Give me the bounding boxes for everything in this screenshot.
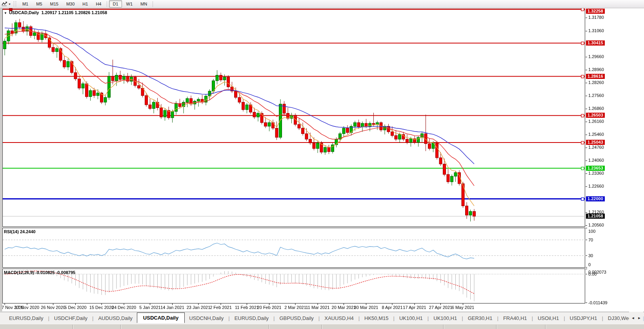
symbol-tab-eurusd-daily[interactable]: EURUSD,Daily xyxy=(230,313,273,323)
symbol-tab-gbpusd-daily[interactable]: GBPUSD,Daily xyxy=(275,313,318,323)
level-price-box: 1.22000 xyxy=(586,196,605,201)
toolbar-separator-end xyxy=(153,1,153,7)
ohlc-high: 1.21105 xyxy=(58,10,73,15)
rsi-axis-tick: 30 xyxy=(588,253,593,258)
price-axis-tick: 1.31060 xyxy=(588,28,604,33)
ohlc-low: 1.20826 xyxy=(75,10,91,15)
date-axis-label: 30 Mar 2021 xyxy=(354,305,378,310)
macd-axis-tick: 0.00 xyxy=(588,272,597,276)
status-bar-separator xyxy=(322,325,322,329)
status-bar-separator xyxy=(496,325,497,329)
timeframe-button-m15[interactable]: M15 xyxy=(47,0,62,7)
chart-tool-dropdown-icon[interactable]: ▼ xyxy=(8,3,11,5)
timeframe-button-m5[interactable]: M5 xyxy=(33,0,45,7)
chart-symbol-label: USDCAD,Daily xyxy=(9,10,39,15)
symbol-tab-eurusd-daily[interactable]: EURUSD,Daily xyxy=(5,313,47,323)
tab-scroll-left-icon[interactable]: ◄ xyxy=(631,316,635,320)
symbol-tab-usdcnh-daily[interactable]: USDCNH,Daily xyxy=(185,313,228,323)
price-axis-tick: 1.23360 xyxy=(588,171,604,175)
symbol-tab-uk100-h1[interactable]: UK100,H1 xyxy=(429,313,461,323)
status-bar-separator xyxy=(73,325,73,329)
symbol-tab-usdcad-daily[interactable]: USDCAD,Daily xyxy=(137,313,185,323)
symbol-tab-usdchf-daily[interactable]: USDCHF,Daily xyxy=(50,313,92,323)
level-price-box: 1.30415 xyxy=(586,40,605,46)
date-axis-label: 24 Dec 2020 xyxy=(112,305,136,310)
date-axis-label: 6 May 2021 xyxy=(452,305,474,310)
macd-label: MACD(12,26,9) -0.010825 -0.008795 xyxy=(4,270,75,275)
rsi-axis-tick: 100 xyxy=(588,229,595,234)
price-axis-tick: 1.24760 xyxy=(588,145,604,150)
date-axis-label: 20 Feb 2021 xyxy=(257,305,282,310)
price-axis-tick: 1.20560 xyxy=(588,223,604,227)
tab-scroll-arrows: ◄ ► xyxy=(629,312,643,324)
symbol-tab-audusd-daily[interactable]: AUDUSD,Daily xyxy=(94,313,136,323)
timeframe-button-d1[interactable]: D1 xyxy=(109,0,122,7)
price-axis-tick: 1.31780 xyxy=(588,15,604,20)
price-axis-tick: 1.28960 xyxy=(588,67,604,72)
rsi-axis-tick: 0 xyxy=(588,262,591,267)
date-axis-label: 8 Apr 2021 xyxy=(382,305,402,310)
price-axis-tick: 1.29660 xyxy=(588,54,604,59)
toolbar-grip[interactable] xyxy=(14,1,16,7)
symbol-tab-usdjpy-h1[interactable]: USDJPY,H1 xyxy=(566,313,602,323)
timeframe-button-h4[interactable]: H4 xyxy=(92,0,105,7)
date-axis-label: 17 Nov 2020 xyxy=(15,305,39,310)
timeframe-buttons: M1M5M15M30H1H4 xyxy=(18,0,106,7)
timeframe-toolbar: ▼ M1M5M15M30H1H4 D1W1MN xyxy=(0,0,644,8)
level-price-box: 1.23653 xyxy=(586,166,605,171)
date-axis-label: 20 Mar 2021 xyxy=(332,305,356,310)
ohlc-close: 1.21058 xyxy=(91,10,107,15)
date-axis-label: 17 Apr 2021 xyxy=(403,305,426,310)
ohlc-open: 1.20917 xyxy=(41,10,57,15)
symbol-tab-uk100-h1[interactable]: UK100,H1 xyxy=(395,313,427,323)
symbol-tab-ger30-h1[interactable]: GER30,H1 xyxy=(464,313,497,323)
level-price-box: 1.32258 xyxy=(586,9,605,14)
rsi-axis-tick: 70 xyxy=(588,238,593,242)
status-bar xyxy=(0,324,644,329)
status-bar-separator xyxy=(269,325,269,329)
toolbar-separator xyxy=(107,1,107,7)
status-bar-separator xyxy=(120,325,121,329)
price-axis-tick: 1.22660 xyxy=(588,184,604,188)
symbol-tab-xauusd-h4[interactable]: XAUUSD,H4 xyxy=(320,313,358,323)
tab-scroll-right-icon[interactable]: ► xyxy=(638,316,641,320)
collapse-triangle-icon[interactable]: ▼ xyxy=(4,11,7,15)
symbol-tab-fra40-h1[interactable]: FRA40,H1 xyxy=(499,313,531,323)
timeframe-buttons-higher: D1W1MN xyxy=(109,0,151,7)
symbol-tab-bar: EURUSD,Daily|USDCHF,Daily|AUDUSD,DailyUS… xyxy=(0,312,644,324)
date-axis-label: 5 Jan 2021 xyxy=(139,305,160,310)
symbol-tab-usoil-h1[interactable]: USOil,H1 xyxy=(533,313,563,323)
date-axis-label: 23 Jan 2021 xyxy=(187,305,211,310)
level-price-box: 1.28616 xyxy=(586,74,605,79)
price-axis-tick: 1.28260 xyxy=(588,80,604,85)
date-axis-label: 5 Dec 2020 xyxy=(64,305,86,310)
timeframe-button-mn[interactable]: MN xyxy=(137,0,151,7)
date-axis-label: 14 Jan 2021 xyxy=(160,305,184,310)
chart-canvas[interactable] xyxy=(0,0,644,329)
status-bar-separator xyxy=(545,325,546,329)
timeframe-button-m30[interactable]: M30 xyxy=(63,0,78,7)
chart-cursor-icon[interactable] xyxy=(1,1,8,7)
date-axis-label: 15 Dec 2020 xyxy=(89,305,114,310)
date-axis-label: 26 Nov 2020 xyxy=(41,305,65,310)
date-axis-label: 2 Feb 2021 xyxy=(210,305,232,310)
chart-title: ▼USDCAD,Daily 1.20917 1.21105 1.20826 1.… xyxy=(4,10,107,15)
status-bar-separator xyxy=(443,325,444,329)
price-axis-tick: 1.24060 xyxy=(588,158,604,163)
date-axis-label: 2 Mar 2021 xyxy=(284,305,306,310)
rsi-label: RSI(14) 24.2440 xyxy=(4,229,36,234)
price-axis-tick: 1.25460 xyxy=(588,132,604,137)
timeframe-button-m1[interactable]: M1 xyxy=(19,0,32,7)
current-price-box: 1.21058 xyxy=(586,214,605,219)
symbol-tab-hk50-m15[interactable]: HK50,M15 xyxy=(360,313,393,323)
price-axis-tick: 1.26860 xyxy=(588,106,604,111)
price-axis-tick: 1.26160 xyxy=(588,119,604,124)
date-axis-label: 11 Feb 2021 xyxy=(235,305,259,310)
level-price-box: 1.26503 xyxy=(586,113,605,118)
timeframe-button-h1[interactable]: H1 xyxy=(79,0,91,7)
price-axis-tick: 1.27560 xyxy=(588,93,604,98)
timeframe-button-w1[interactable]: W1 xyxy=(123,0,136,7)
macd-axis-tick: -0.011439 xyxy=(588,300,608,305)
date-axis-label: 11 Mar 2021 xyxy=(306,305,330,310)
date-axis-label: 27 Apr 2021 xyxy=(429,305,452,310)
